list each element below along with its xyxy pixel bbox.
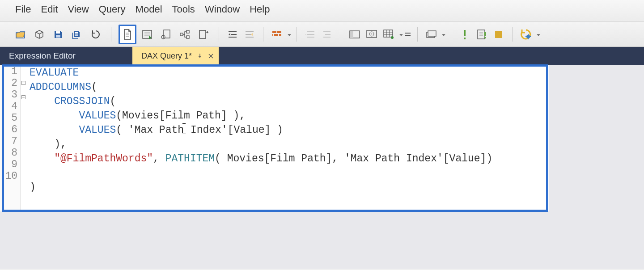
close-icon[interactable] xyxy=(208,53,213,59)
line-number: 2 xyxy=(0,77,17,89)
code-content[interactable]: EVALUATEADDCOLUMNS( CROSSJOIN( VALUES(Mo… xyxy=(27,65,549,211)
menu-tools[interactable]: Tools xyxy=(172,4,195,15)
svg-rect-1 xyxy=(56,35,60,38)
svg-rect-14 xyxy=(272,34,273,36)
svg-point-6 xyxy=(161,35,165,39)
equals-icon[interactable] xyxy=(404,26,412,42)
toolbar-separator xyxy=(417,27,418,42)
editor-area: 1 2 3 4 5 6 7 8 9 10 EVALUATEADDCOLUMNS(… xyxy=(0,65,644,269)
split-warn-icon[interactable]: ! xyxy=(364,26,380,42)
svg-rect-0 xyxy=(56,31,60,34)
svg-rect-25 xyxy=(464,30,466,36)
pin-icon[interactable] xyxy=(197,53,203,59)
save-all-icon[interactable] xyxy=(69,26,85,42)
fold-toggle-icon[interactable] xyxy=(21,95,25,99)
fold-column xyxy=(21,65,27,211)
svg-rect-17 xyxy=(350,31,353,38)
svg-rect-2 xyxy=(75,32,78,34)
svg-rect-30 xyxy=(495,31,502,38)
line-number: 9 xyxy=(0,159,17,170)
line-number: 7 xyxy=(0,135,17,147)
circle-doc-icon[interactable] xyxy=(158,26,174,42)
chevron-down-icon[interactable] xyxy=(537,34,540,36)
dedent-icon[interactable] xyxy=(302,26,318,42)
line-number: 5 xyxy=(0,112,17,124)
svg-rect-13 xyxy=(274,34,278,36)
cube-icon[interactable] xyxy=(31,26,47,42)
toolbar-separator xyxy=(451,27,451,42)
chevron-down-icon[interactable] xyxy=(442,34,445,36)
menu-view[interactable]: View xyxy=(68,4,89,15)
line-number-gutter: 1 2 3 4 5 6 7 8 9 10 xyxy=(0,65,21,211)
svg-rect-7 xyxy=(180,33,183,36)
svg-rect-10 xyxy=(199,30,206,38)
tab-strip: Expression Editor DAX Query 1* xyxy=(0,47,644,65)
indent-right-icon[interactable] xyxy=(242,26,258,42)
code-editor[interactable]: 1 2 3 4 5 6 7 8 9 10 EVALUATEADDCOLUMNS(… xyxy=(0,65,549,211)
exclaim-icon[interactable] xyxy=(457,26,473,42)
svg-point-22 xyxy=(391,36,394,39)
menu-edit[interactable]: Edit xyxy=(41,4,58,15)
refresh-icon[interactable] xyxy=(88,26,104,42)
toolbar-separator xyxy=(341,27,341,42)
toolbar-separator xyxy=(512,27,513,42)
svg-rect-11 xyxy=(272,31,276,33)
line-number: 10 xyxy=(0,170,17,182)
svg-rect-12 xyxy=(277,31,281,33)
stop-icon[interactable] xyxy=(491,26,507,42)
grid-settings-icon[interactable] xyxy=(381,26,397,42)
svg-rect-28 xyxy=(484,32,486,36)
svg-rect-5 xyxy=(164,30,170,38)
chevron-down-icon[interactable] xyxy=(399,34,403,36)
menu-bar: File Edit View Query Model Tools Window … xyxy=(0,0,644,22)
tab-label: Expression Editor xyxy=(9,51,76,61)
line-number: 3 xyxy=(0,89,17,101)
line-number: 4 xyxy=(0,101,17,112)
svg-rect-21 xyxy=(384,30,393,37)
rect-swap-icon[interactable] xyxy=(195,26,212,42)
svg-rect-26 xyxy=(464,38,466,39)
indent-left-icon[interactable] xyxy=(225,26,241,42)
note-exclaim-icon[interactable] xyxy=(474,26,490,42)
svg-text:!: ! xyxy=(371,32,372,36)
svg-rect-9 xyxy=(186,36,189,38)
toolbar-separator xyxy=(219,27,219,42)
toolbar-separator xyxy=(263,27,263,42)
toolbar: ! xyxy=(0,22,644,47)
layers-icon[interactable] xyxy=(423,26,439,42)
menu-window[interactable]: Window xyxy=(205,4,240,15)
menu-help[interactable]: Help xyxy=(250,4,270,15)
svg-rect-15 xyxy=(279,34,281,36)
split-left-icon[interactable] xyxy=(347,26,363,42)
diagram-icon[interactable] xyxy=(177,26,193,42)
menu-query[interactable]: Query xyxy=(99,4,126,15)
svg-rect-27 xyxy=(478,30,485,39)
menu-model[interactable]: Model xyxy=(136,4,162,15)
fold-toggle-icon[interactable] xyxy=(21,81,25,85)
svg-rect-8 xyxy=(186,30,189,33)
gear-cycle-icon[interactable] xyxy=(518,26,534,42)
toolbar-separator xyxy=(297,27,297,42)
new-document-icon[interactable] xyxy=(119,25,136,44)
svg-point-31 xyxy=(526,35,530,38)
indent-icon[interactable] xyxy=(319,26,335,42)
bricks-icon[interactable] xyxy=(269,26,285,42)
chevron-down-icon[interactable] xyxy=(288,34,291,36)
tab-expression-editor[interactable]: Expression Editor xyxy=(0,47,132,65)
tab-label: DAX Query 1* xyxy=(141,51,192,61)
save-icon[interactable] xyxy=(50,26,66,42)
svg-rect-29 xyxy=(484,37,486,38)
line-number: 8 xyxy=(0,147,17,159)
svg-rect-24 xyxy=(428,31,436,36)
toolbar-separator xyxy=(111,27,111,42)
menu-file[interactable]: File xyxy=(15,4,31,15)
tab-dax-query-1[interactable]: DAX Query 1* xyxy=(132,47,219,65)
line-number: 6 xyxy=(0,124,17,135)
line-number: 1 xyxy=(0,66,17,77)
svg-rect-3 xyxy=(75,34,78,36)
folder-open-icon[interactable] xyxy=(13,26,29,42)
run-sheet-icon[interactable] xyxy=(139,26,155,42)
